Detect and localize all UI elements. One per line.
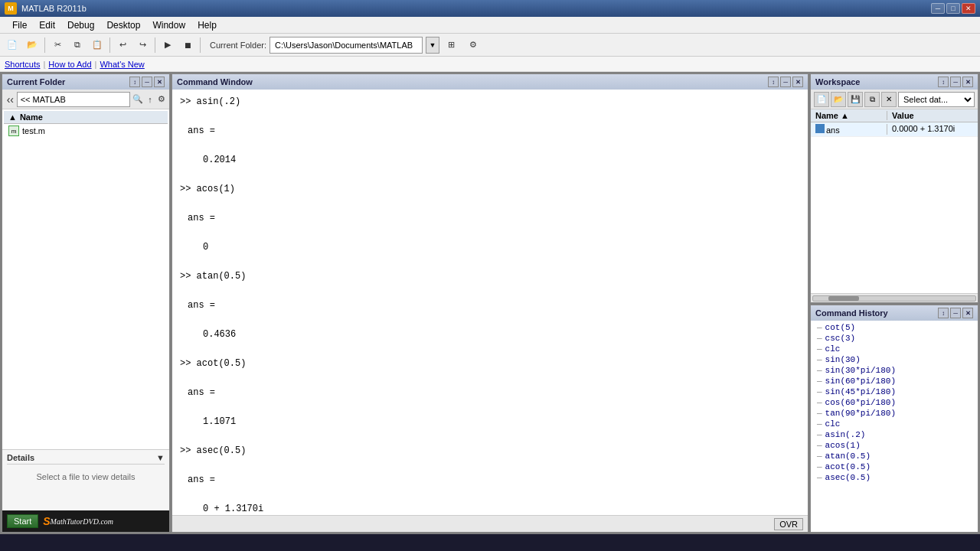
workspace-scrollbar[interactable] — [811, 293, 978, 302]
history-item[interactable]: sin(60*pi/180) — [814, 376, 975, 386]
paste-button[interactable]: 📋 — [88, 36, 106, 54]
command-window-content[interactable]: >> asin(.2) ans = 0.2014 >> acos(1) ans … — [172, 90, 808, 515]
folder-bar: Current Folder: ▼ ⊞ ⚙ — [210, 36, 482, 54]
start-button[interactable]: Start — [7, 514, 38, 528]
history-item[interactable]: cot(5) — [814, 322, 975, 333]
cmd-value: 0.4636 — [180, 329, 236, 340]
menu-edit[interactable]: Edit — [33, 18, 61, 32]
ws-value-col-header: Value — [887, 111, 978, 120]
cmd-prompt: >> acot(0.5) — [180, 358, 246, 369]
command-line — [180, 139, 800, 152]
cmd-value: 1.1071 — [180, 416, 236, 427]
command-line: 0 — [180, 240, 800, 254]
ws-var-name: ans — [811, 124, 887, 135]
menu-desktop[interactable]: Desktop — [100, 18, 146, 32]
shortcuts-bar: Shortcuts | How to Add | What's New — [0, 57, 980, 72]
history-item[interactable]: atan(0.5) — [814, 451, 975, 461]
toolbar-separator-1 — [44, 37, 45, 53]
command-line — [180, 429, 800, 443]
ws-open-button[interactable]: 📂 — [831, 92, 846, 107]
command-history-titlebar-btns: ↕ ─ ✕ — [938, 308, 973, 318]
ws-copy-button[interactable]: ⧉ — [864, 92, 880, 107]
logo-brand: MathTutorDVD.com — [51, 517, 114, 526]
ch-minimize-button[interactable]: ─ — [950, 308, 961, 318]
menu-help[interactable]: Help — [191, 18, 223, 32]
command-history-titlebar: Command History ↕ ─ ✕ — [811, 305, 978, 321]
history-item[interactable]: acos(1) — [814, 440, 975, 451]
command-line — [180, 342, 800, 356]
sort-arrow-icon: ▲ — [8, 112, 17, 122]
whats-new-link[interactable]: What's New — [100, 60, 144, 69]
folder-nav-input[interactable] — [17, 92, 130, 107]
ws-new-button[interactable]: 📄 — [814, 92, 829, 107]
cut-button[interactable]: ✂ — [48, 36, 67, 54]
ws-undock-button[interactable]: ↕ — [938, 77, 949, 87]
current-folder-undock-button[interactable]: ↕ — [129, 77, 140, 87]
current-folder-minimize-button[interactable]: ─ — [142, 77, 152, 87]
ws-close-button[interactable]: ✕ — [962, 77, 973, 87]
command-line: >> asin(.2) — [180, 95, 800, 109]
cmd-label: ans = — [180, 126, 215, 136]
minimize-button[interactable]: ─ — [931, 3, 945, 14]
workspace-row[interactable]: ans 0.0000 + 1.3170i — [811, 122, 978, 137]
history-item[interactable]: acot(0.5) — [814, 461, 975, 472]
history-item[interactable]: sin(30) — [814, 354, 975, 365]
cmd-minimize-button[interactable]: ─ — [780, 77, 791, 87]
stop-button[interactable]: ⏹ — [178, 36, 197, 54]
workspace-table-header: Name ▲ Value — [811, 109, 978, 122]
ch-close-button[interactable]: ✕ — [962, 308, 973, 318]
cmd-undock-button[interactable]: ↕ — [768, 77, 779, 87]
folder-options-button[interactable]: ⚙ — [156, 90, 166, 109]
nav-back-button[interactable]: ‹‹ — [5, 90, 15, 109]
folder-dropdown-button[interactable]: ▼ — [426, 37, 439, 54]
history-item[interactable]: csc(3) — [814, 333, 975, 344]
maximize-button[interactable]: □ — [946, 3, 960, 14]
open-button[interactable]: 📂 — [23, 36, 41, 54]
ws-minimize-button[interactable]: ─ — [950, 77, 961, 87]
folder-search-button[interactable]: 🔍 — [132, 90, 144, 109]
ws-name-col-header: Name ▲ — [811, 111, 887, 120]
cmd-label: ans = — [180, 300, 215, 311]
shortcuts-sep-1: | — [43, 60, 45, 69]
folder-path-input[interactable] — [270, 37, 423, 54]
logo-area: Start S MathTutorDVD.com — [2, 510, 169, 532]
command-line: >> atan(0.5) — [180, 269, 800, 283]
cmd-label: ans = — [180, 474, 215, 485]
close-button[interactable]: ✕ — [962, 3, 975, 14]
folder-settings-button[interactable]: ⚙ — [464, 36, 482, 54]
app-title: MATLAB R2011b — [21, 4, 931, 13]
history-item[interactable]: sin(45*pi/180) — [814, 386, 975, 397]
history-item[interactable]: sin(30*pi/180) — [814, 365, 975, 376]
menu-window[interactable]: Window — [146, 18, 191, 32]
browse-folder-button[interactable]: ⊞ — [443, 36, 461, 54]
history-item[interactable]: cos(60*pi/180) — [814, 397, 975, 408]
name-column-header[interactable]: Name — [20, 112, 43, 122]
undo-button[interactable]: ↩ — [113, 36, 132, 54]
ch-undock-button[interactable]: ↕ — [938, 308, 949, 318]
ws-select-data[interactable]: Select dat... — [898, 92, 975, 107]
command-line: >> acot(0.5) — [180, 357, 800, 370]
cmd-close-button[interactable]: ✕ — [792, 77, 803, 87]
shortcuts-link[interactable]: Shortcuts — [5, 60, 40, 69]
run-button[interactable]: ▶ — [158, 36, 177, 54]
history-item[interactable]: clc — [814, 344, 975, 354]
new-file-button[interactable]: 📄 — [3, 36, 21, 54]
copy-button[interactable]: ⧉ — [68, 36, 87, 54]
current-folder-close-button[interactable]: ✕ — [154, 77, 165, 87]
history-item[interactable]: tan(90*pi/180) — [814, 408, 975, 419]
list-item[interactable]: m test.m — [4, 124, 168, 138]
how-to-add-link[interactable]: How to Add — [48, 60, 91, 69]
folder-up-button[interactable]: ↑ — [145, 90, 155, 109]
ws-delete-button[interactable]: ✕ — [881, 92, 897, 107]
history-item[interactable]: clc — [814, 419, 975, 429]
menu-file[interactable]: File — [6, 18, 33, 32]
workspace-toolbar: 📄 📂 💾 ⧉ ✕ Select dat... — [811, 90, 978, 109]
menu-debug[interactable]: Debug — [61, 18, 100, 32]
ws-save-button[interactable]: 💾 — [848, 92, 863, 107]
history-item[interactable]: asec(0.5) — [814, 472, 975, 483]
logo-s-letter: S — [43, 515, 50, 527]
command-line: 0.4636 — [180, 328, 800, 341]
details-toggle-icon[interactable]: ▼ — [156, 453, 165, 462]
history-item[interactable]: asin(.2) — [814, 429, 975, 440]
redo-button[interactable]: ↪ — [133, 36, 152, 54]
